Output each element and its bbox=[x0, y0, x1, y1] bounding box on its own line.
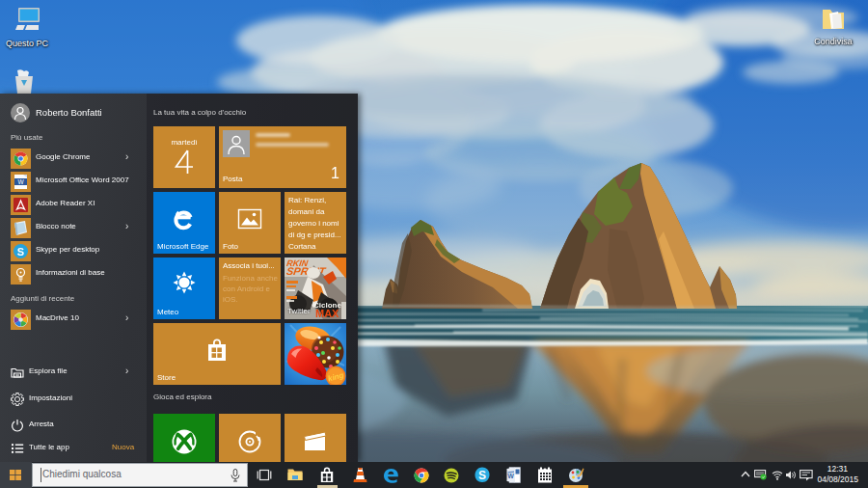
svg-text:S: S bbox=[17, 246, 24, 258]
svg-text:MAX: MAX bbox=[315, 308, 339, 319]
svg-text:W: W bbox=[17, 178, 24, 185]
svg-text:W: W bbox=[507, 473, 514, 479]
svg-text:S: S bbox=[478, 469, 486, 482]
